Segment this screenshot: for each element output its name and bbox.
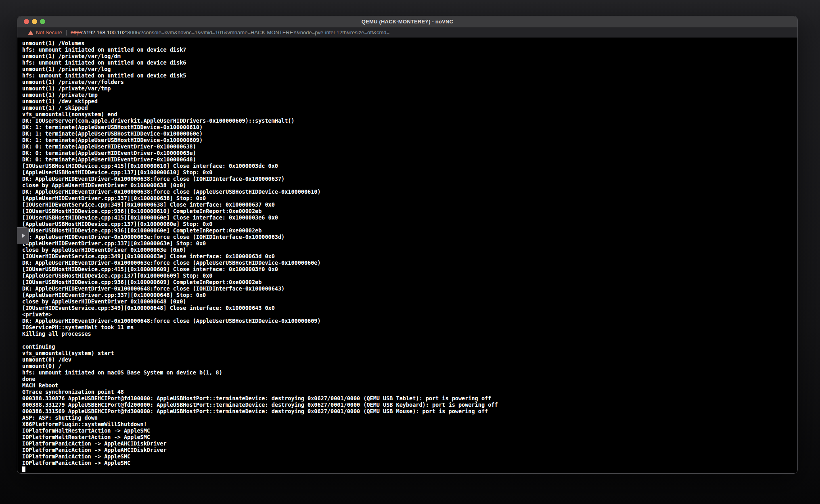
vnc-screen[interactable]: unmount(1) /Volumeshfs: unmount initiate… <box>17 38 797 473</box>
terminal-line: DK: AppleUserHIDEventDriver-0x100000638:… <box>22 176 797 182</box>
security-chip[interactable]: Not Secure <box>28 29 62 36</box>
terminal-line: [AppleUserUSBHostHIDDevice.cpp:137][0x10… <box>22 221 797 227</box>
terminal-line: unmount(0) / <box>22 363 797 369</box>
terminal-line: DK: 0: terminate(AppleUserHIDEventDriver… <box>22 156 797 163</box>
terminal-line: IOPlatformPanicAction -> AppleAHCIDiskDr… <box>22 447 797 453</box>
terminal-cursor <box>22 466 25 472</box>
terminal-line: [AppleUserUSBHostHIDDevice.cpp:137][0x10… <box>22 272 797 279</box>
terminal-line: [IOUserUSBHostHIDDevice.cpp:936][0x10000… <box>22 208 797 214</box>
terminal-line: Killing all processes <box>22 330 797 337</box>
terminal-line: unmount(1) /private/var/log/dm <box>22 53 797 59</box>
terminal-line: X86PlatformPlugin::systemWillShutdown! <box>22 421 797 427</box>
terminal-line: vfs_unmountall(system) start <box>22 350 797 356</box>
novnc-control-handle[interactable] <box>17 227 29 244</box>
terminal-cursor-line <box>22 466 797 473</box>
terminal-line: DK: AppleUserHIDEventDriver-0x10000063e:… <box>22 234 797 240</box>
terminal-line: DK: IOUserServer(com.apple.driverkit.App… <box>22 117 797 124</box>
terminal-line: unmount(1) /dev skipped <box>22 98 797 105</box>
terminal-line: DK: AppleUserHIDEventDriver-0x100000638:… <box>22 188 797 195</box>
terminal-line: [IOUserUSBHostHIDDevice.cpp:936][0x10000… <box>22 279 797 285</box>
not-secure-warning-icon <box>28 30 33 36</box>
terminal-line: [AppleUserHIDEventDriver.cpp:337][0x1000… <box>22 240 797 247</box>
terminal-line: done <box>22 376 797 382</box>
terminal-line: [AppleUserUSBHostHIDDevice.cpp:137][0x10… <box>22 169 797 176</box>
terminal-line: DK: 0: terminate(AppleUserHIDEventDriver… <box>22 143 797 150</box>
terminal-line: close by AppleUserHIDEventDriver 0x10000… <box>22 247 797 253</box>
terminal-line: [IOUserUSBHostHIDDevice.cpp:415][0x10000… <box>22 266 797 272</box>
terminal-line: IOServicePH::systemHalt took 11 ms <box>22 324 797 330</box>
terminal-line: unmount(1) /private/tmp <box>22 92 797 98</box>
terminal-line: MACH Reboot <box>22 382 797 389</box>
terminal-line: [AppleUserHIDEventDriver.cpp:337][0x1000… <box>22 195 797 201</box>
terminal-line: vfs_unmountall(nonsystem) end <box>22 111 797 117</box>
terminal-line: unmount(1) /private/var/tmp <box>22 85 797 92</box>
terminal-line: IOPlatformPanicAction -> AppleSMC <box>22 460 797 466</box>
terminal-line: IOPlatformHaltRestartAction -> AppleSMC <box>22 434 797 440</box>
terminal-line: 000388.330876 AppleUSBEHCIPort@fd100000:… <box>22 395 797 402</box>
not-secure-label: Not Secure <box>36 29 62 36</box>
address-bar[interactable]: Not Secure https :// 192.168.100.102 :80… <box>17 27 797 38</box>
terminal-line: [IOUserHIDEventService.cpp:349][0x100000… <box>22 305 797 311</box>
terminal-line: DK: AppleUserHIDEventDriver-0x10000063e:… <box>22 259 797 266</box>
terminal-line: DK: 1: terminate(AppleUserUSBHostHIDDevi… <box>22 137 797 143</box>
terminal-line: close by AppleUserHIDEventDriver 0x10000… <box>22 182 797 188</box>
desktop-background: QEMU (HACK-MONTEREY) - noVNC Not Secure … <box>0 0 820 504</box>
terminal-line: continuing <box>22 343 797 350</box>
url-text: https :// 192.168.100.102 :8006/?console… <box>71 29 389 36</box>
url-path-query: :8006/?console=kvm&novnc=1&vmid=101&vmna… <box>126 29 389 36</box>
terminal-line: DK: 0: terminate(AppleUserHIDEventDriver… <box>22 150 797 156</box>
traffic-lights <box>24 16 45 27</box>
terminal-line: DK: 1: terminate(AppleUserUSBHostHIDDevi… <box>22 124 797 130</box>
terminal-line: IOPlatformPanicAction -> AppleAHCIDiskDr… <box>22 440 797 447</box>
terminal-line: unmount(1) / skipped <box>22 105 797 111</box>
terminal-line: GTrace synchronization point 48 <box>22 389 797 395</box>
terminal-line: [IOUserHIDEventService.cpp:349][0x100000… <box>22 253 797 259</box>
terminal-line: hfs: unmount initiated on untitled on de… <box>22 59 797 66</box>
terminal-line <box>22 337 797 343</box>
terminal-line: IOPlatformHaltRestartAction -> AppleSMC <box>22 427 797 434</box>
terminal-line: ASP: ASP: shutting down <box>22 414 797 421</box>
window-title: QEMU (HACK-MONTEREY) - noVNC <box>17 19 797 25</box>
terminal-line: [IOUserUSBHostHIDDevice.cpp:936][0x10000… <box>22 227 797 234</box>
terminal-line: unmount(1) /private/var/folders <box>22 79 797 85</box>
terminal-line: [AppleUserHIDEventDriver.cpp:337][0x1000… <box>22 292 797 298</box>
url-scheme: https <box>71 29 82 36</box>
terminal-line: IOPlatformPanicAction -> AppleSMC <box>22 453 797 460</box>
terminal-line: [IOUserUSBHostHIDDevice.cpp:415][0x10000… <box>22 214 797 221</box>
url-host: 192.168.100.102 <box>86 29 126 36</box>
terminal-line: hfs: unmount initiated on macOS Base Sys… <box>22 369 797 376</box>
terminal-line: 000388.331279 AppleUSBEHCIPort@fd200000:… <box>22 402 797 408</box>
terminal-line: DK: AppleUserHIDEventDriver-0x100000648:… <box>22 318 797 324</box>
terminal-line: hfs: unmount initiated on untitled on de… <box>22 72 797 79</box>
terminal-line: DK: AppleUserHIDEventDriver-0x100000648:… <box>22 285 797 292</box>
terminal-line: close by AppleUserHIDEventDriver 0x10000… <box>22 298 797 305</box>
url-divider <box>66 30 67 36</box>
terminal-line: [IOUserHIDEventService.cpp:349][0x100000… <box>22 201 797 208</box>
terminal-line: unmount(1) /private/var/log <box>22 66 797 72</box>
terminal-line: unmount(1) /Volumes <box>22 40 797 46</box>
terminal-output: unmount(1) /Volumeshfs: unmount initiate… <box>22 40 797 473</box>
zoom-button[interactable] <box>40 19 45 24</box>
browser-window: QEMU (HACK-MONTEREY) - noVNC Not Secure … <box>17 16 798 474</box>
close-button[interactable] <box>24 19 29 24</box>
url-separator: :// <box>82 29 86 36</box>
minimize-button[interactable] <box>32 19 37 24</box>
terminal-line: [IOUserUSBHostHIDDevice.cpp:415][0x10000… <box>22 163 797 169</box>
terminal-line: hfs: unmount initiated on untitled on de… <box>22 46 797 53</box>
terminal-line: DK: 1: terminate(AppleUserUSBHostHIDDevi… <box>22 130 797 137</box>
terminal-line: unmount(0) /dev <box>22 356 797 363</box>
window-titlebar: QEMU (HACK-MONTEREY) - noVNC <box>17 16 797 27</box>
expand-arrow-icon <box>22 234 25 238</box>
terminal-line: 000388.331569 AppleUSBEHCIPort@fd300000:… <box>22 408 797 414</box>
terminal-line: <private> <box>22 311 797 318</box>
